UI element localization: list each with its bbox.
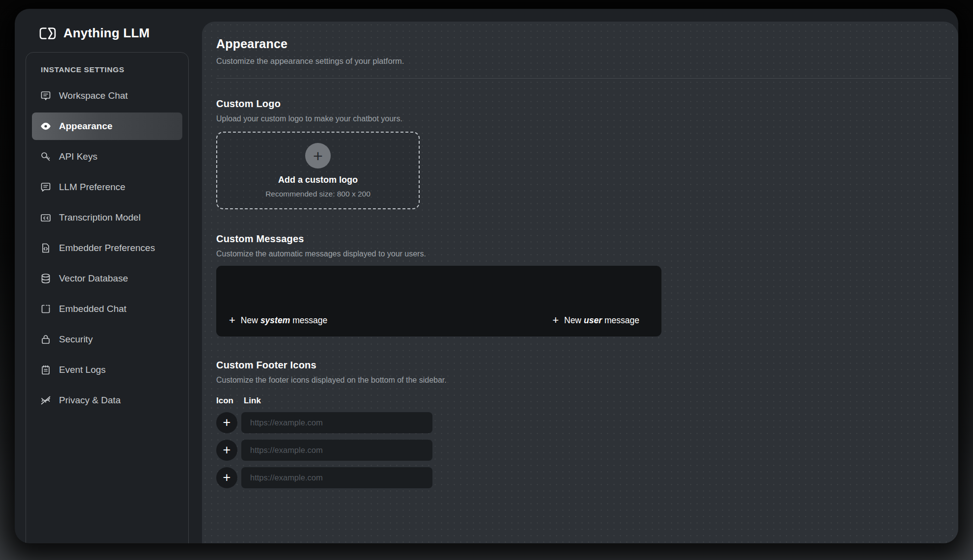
sidebar-item-embedder-preferences[interactable]: Embedder Preferences — [32, 234, 182, 262]
desktop-background: Anything LLM INSTANCE SETTINGS Workspace… — [0, 0, 973, 560]
footer-link-input[interactable] — [241, 412, 432, 433]
upload-hint: Recommended size: 800 x 200 — [265, 190, 371, 198]
button-text: message — [604, 315, 639, 326]
sidebar-item-appearance[interactable]: Appearance — [32, 112, 182, 140]
sidebar-item-event-logs[interactable]: Event Logs — [32, 356, 182, 384]
sidebar-item-transcription-model[interactable]: Transcription Model — [32, 204, 182, 231]
custom-footer-icons-description: Customize the footer icons displayed on … — [216, 376, 951, 385]
custom-messages-panel: + New system message + New user message — [216, 266, 661, 336]
lock-icon — [40, 334, 52, 345]
sidebar-section-label: INSTANCE SETTINGS — [41, 65, 188, 74]
footer-icons-table-header: Icon Link — [216, 396, 951, 406]
sidebar-item-label: Security — [59, 334, 93, 345]
custom-logo-upload-dropzone[interactable]: + Add a custom logo Recommended size: 80… — [216, 132, 420, 209]
footer-icon-row: + — [216, 440, 951, 461]
footer-link-input[interactable] — [241, 440, 432, 461]
sidebar-item-api-keys[interactable]: API Keys — [32, 143, 182, 170]
sidebar-item-label: API Keys — [59, 151, 97, 162]
plus-icon: + — [229, 315, 235, 326]
messages-actions-row: + New system message + New user message — [229, 315, 642, 326]
add-icon-button[interactable]: + — [216, 440, 237, 461]
anythingllm-logo-icon — [38, 27, 57, 40]
sidebar-item-label: Transcription Model — [59, 212, 141, 223]
sidebar-item-workspace-chat[interactable]: Workspace Chat — [32, 82, 182, 110]
button-text-emphasis: user — [584, 315, 602, 326]
button-text: New — [564, 315, 581, 326]
button-text: New — [241, 315, 258, 326]
appearance-settings-content: Appearance Customize the appearance sett… — [216, 22, 951, 488]
page-title: Appearance — [216, 37, 951, 51]
workspace-chat-icon — [40, 90, 52, 102]
sidebar-item-label: Event Logs — [59, 364, 106, 375]
eye-off-icon — [40, 394, 52, 406]
app-title: Anything LLM — [63, 26, 150, 41]
sidebar-item-security[interactable]: Security — [32, 326, 182, 353]
custom-logo-description: Upload your custom logo to make your cha… — [216, 114, 951, 123]
file-code-icon — [40, 242, 52, 254]
sidebar-item-label: LLM Preference — [59, 182, 125, 193]
footer-icon-row: + — [216, 412, 951, 433]
custom-messages-description: Customize the automatic messages display… — [216, 250, 951, 258]
database-icon — [40, 273, 52, 284]
footer-icon-row: + — [216, 467, 951, 488]
eye-icon — [40, 120, 52, 132]
sidebar-item-label: Embedded Chat — [59, 304, 126, 314]
embed-chat-icon — [40, 303, 52, 315]
message-icon — [40, 181, 52, 193]
sidebar-item-label: Vector Database — [59, 273, 128, 284]
sidebar-item-privacy-data[interactable]: Privacy & Data — [32, 387, 182, 414]
column-header-link: Link — [244, 396, 261, 406]
page-subtitle: Customize the appearance settings of you… — [216, 56, 951, 66]
button-text: message — [292, 315, 327, 326]
custom-logo-section: Custom Logo Upload your custom logo to m… — [216, 98, 951, 209]
header-divider — [216, 78, 951, 79]
sidebar-item-llm-preference[interactable]: LLM Preference — [32, 173, 182, 201]
sidebar-item-vector-database[interactable]: Vector Database — [32, 265, 182, 292]
sidebar-nav: Workspace Chat Appearance API Keys — [26, 82, 188, 414]
captions-icon — [40, 212, 52, 224]
custom-messages-section: Custom Messages Customize the automatic … — [216, 233, 951, 336]
custom-footer-icons-title: Custom Footer Icons — [216, 360, 951, 371]
app-window: Anything LLM INSTANCE SETTINGS Workspace… — [15, 9, 958, 543]
plus-icon: + — [552, 315, 559, 326]
sidebar-item-label: Embedder Preferences — [59, 243, 155, 253]
sidebar-item-label: Appearance — [59, 121, 113, 132]
new-system-message-button[interactable]: + New system message — [229, 315, 330, 326]
key-icon — [40, 151, 52, 163]
add-icon-button[interactable]: + — [216, 467, 237, 488]
button-text-emphasis: system — [260, 315, 290, 326]
sidebar-item-embedded-chat[interactable]: Embedded Chat — [32, 295, 182, 323]
plus-icon: + — [305, 143, 331, 168]
footer-icons-rows: + + + — [216, 412, 951, 488]
custom-footer-icons-section: Custom Footer Icons Customize the footer… — [216, 360, 951, 488]
sidebar-item-label: Workspace Chat — [59, 90, 128, 101]
upload-label: Add a custom logo — [278, 175, 358, 185]
custom-messages-title: Custom Messages — [216, 233, 951, 245]
app-logo: Anything LLM — [38, 26, 150, 41]
main-panel: Appearance Customize the appearance sett… — [202, 22, 958, 543]
notepad-icon — [40, 364, 52, 376]
column-header-icon: Icon — [216, 396, 233, 406]
footer-link-input[interactable] — [241, 467, 432, 488]
new-user-message-button[interactable]: + New user message — [552, 315, 642, 326]
sidebar-item-label: Privacy & Data — [59, 395, 121, 406]
add-icon-button[interactable]: + — [216, 412, 237, 433]
custom-logo-title: Custom Logo — [216, 98, 951, 110]
settings-sidebar: INSTANCE SETTINGS Workspace Chat Ap — [26, 52, 189, 543]
